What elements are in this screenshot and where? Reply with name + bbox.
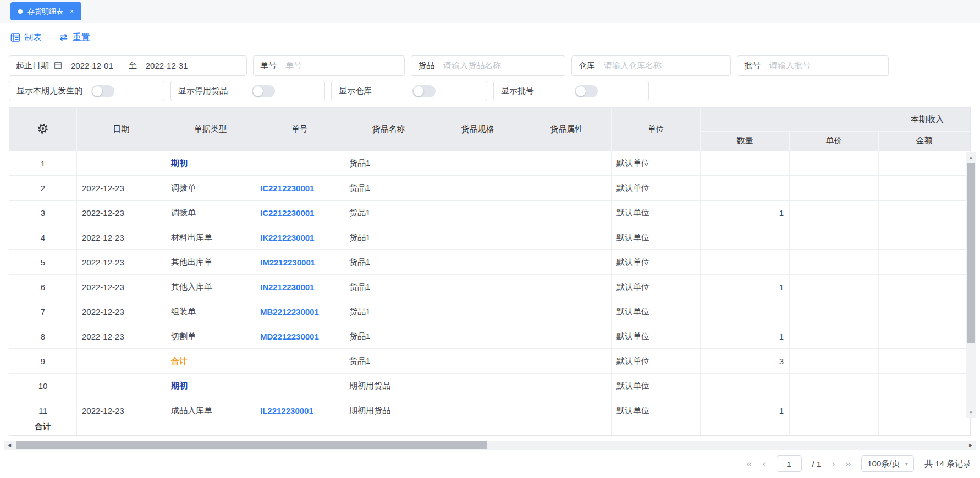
toggle-label: 显示本期无发生的 — [16, 86, 82, 96]
cell-type: 期初 — [166, 151, 255, 175]
doc-no-filter[interactable]: 单号 单号 — [253, 55, 405, 76]
start-date-value[interactable]: 2022-12-01 — [71, 61, 113, 70]
make-table-button[interactable]: 制表 — [10, 32, 42, 43]
toggle-switch-off[interactable] — [91, 85, 114, 97]
page-size-value: 100条/页 — [867, 459, 900, 469]
table-row[interactable]: 1期初货品1默认单位 — [9, 151, 970, 176]
date-range-label: 起止日期 — [16, 60, 49, 71]
vertical-scrollbar-thumb[interactable] — [967, 163, 975, 343]
cell-spec — [433, 225, 522, 249]
cell-price — [790, 299, 879, 324]
header-doc-no[interactable]: 单号 — [255, 108, 344, 151]
cell-spec — [433, 176, 522, 200]
table-row[interactable]: 42022-12-23材料出库单IK2212230001货品1默认单位 — [9, 225, 970, 250]
toggle-switch-off[interactable] — [412, 85, 436, 97]
table-row[interactable]: 10期初期初用货品默认单位 — [9, 374, 970, 398]
doc-no-input[interactable]: 单号 — [285, 60, 302, 71]
tab-inventory-detail[interactable]: 存货明细表 × — [10, 2, 81, 20]
scroll-up-icon[interactable]: ▲ — [966, 153, 976, 162]
inventory-detail-table: 日期 单据类型 单号 货品名称 货品规格 货品属性 单位 本期收入 数量 单价 … — [9, 107, 971, 436]
batch-input[interactable]: 请输入批号 — [769, 60, 811, 71]
reset-button[interactable]: 重置 — [58, 32, 90, 43]
horizontal-scrollbar[interactable]: ◀ ▶ — [4, 441, 976, 450]
cell-name: 货品1 — [344, 324, 433, 348]
cell-num: 4 — [9, 225, 77, 249]
vertical-scrollbar[interactable]: ▲ ▼ — [966, 152, 976, 418]
toggle-knob — [92, 86, 102, 96]
header-unit[interactable]: 单位 — [612, 108, 701, 151]
table-row[interactable]: 22022-12-23调拨单IC2212230001货品1默认单位 — [9, 176, 970, 201]
horizontal-scrollbar-thumb[interactable] — [16, 441, 487, 449]
prev-page-icon[interactable]: ‹ — [763, 459, 766, 469]
cell-num: 5 — [9, 250, 77, 274]
group-subcolumns: 数量 单价 金额 — [701, 132, 970, 151]
doc-link[interactable]: IM2212230001 — [255, 250, 344, 274]
first-page-icon[interactable]: « — [747, 459, 752, 469]
cell-name: 货品1 — [344, 225, 433, 249]
goods-input[interactable]: 请输入货品名称 — [443, 60, 501, 71]
end-date-value[interactable]: 2022-12-31 — [146, 61, 188, 70]
header-doc-type[interactable]: 单据类型 — [166, 108, 255, 151]
doc-link[interactable]: MB2212230001 — [255, 299, 344, 324]
table-row[interactable]: 62022-12-23其他入库单IN2212230001货品1默认单位1 — [9, 275, 970, 299]
cell-name: 货品1 — [344, 299, 433, 324]
warehouse-input[interactable]: 请输入仓库名称 — [604, 60, 662, 71]
page-size-select[interactable]: 100条/页 ▾ — [861, 455, 914, 472]
toggle-switch-off[interactable] — [575, 85, 598, 97]
cell-name: 货品1 — [344, 349, 433, 373]
cell-qty — [701, 250, 790, 274]
toggle-label: 显示停用货品 — [178, 86, 243, 96]
cell-unit: 默认单位 — [612, 225, 701, 249]
header-unit-price[interactable]: 单价 — [790, 132, 879, 151]
cell-attr — [522, 275, 612, 299]
toggle-show-batch: 显示批号 — [493, 81, 649, 101]
doc-link[interactable]: IC2212230001 — [255, 176, 344, 200]
cell-price — [790, 250, 879, 274]
next-page-icon[interactable]: › — [832, 459, 835, 469]
doc-link[interactable]: IK2212230001 — [255, 225, 344, 249]
gear-icon[interactable] — [37, 123, 48, 136]
table-row[interactable]: 9合计货品1默认单位3 — [9, 349, 970, 374]
toggle-show-no-activity: 显示本期无发生的 — [9, 81, 164, 101]
scroll-right-icon[interactable]: ▶ — [967, 441, 975, 450]
doc-link[interactable]: MD2212230001 — [255, 324, 344, 348]
table-row[interactable]: 112022-12-23成品入库单IL2212230001期初用货品默认单位1 — [9, 398, 970, 418]
cell-unit: 默认单位 — [612, 250, 701, 274]
batch-filter[interactable]: 批号 请输入批号 — [737, 55, 889, 76]
cell-date: 2022-12-23 — [77, 201, 166, 225]
table-row[interactable]: 82022-12-23切割单MD2212230001货品1默认单位1 — [9, 324, 970, 349]
warehouse-filter[interactable]: 仓库 请输入仓库名称 — [571, 55, 731, 76]
scroll-left-icon[interactable]: ◀ — [5, 441, 13, 450]
last-page-icon[interactable]: » — [845, 459, 851, 469]
toggle-knob — [576, 86, 586, 96]
cell-doc — [255, 374, 344, 398]
header-quantity[interactable]: 数量 — [701, 132, 790, 151]
pagination-bar: « ‹ 1 / 1 › » 100条/页 ▾ 共 14 条记录 — [747, 455, 971, 473]
header-date[interactable]: 日期 — [77, 108, 166, 151]
cell-spec — [433, 151, 522, 175]
tab-close-icon[interactable]: × — [70, 8, 74, 15]
cell-spec — [433, 398, 522, 418]
header-goods-attr[interactable]: 货品属性 — [522, 108, 612, 151]
table-row[interactable]: 52022-12-23其他出库单IM2212230001货品1默认单位 — [9, 250, 970, 275]
table-row[interactable]: 72022-12-23组装单MB2212230001货品1默认单位 — [9, 299, 970, 324]
footer-cell — [612, 418, 701, 435]
toggle-switch-off[interactable] — [252, 85, 275, 97]
header-amount[interactable]: 金额 — [879, 132, 970, 151]
warehouse-label: 仓库 — [579, 60, 595, 71]
goods-filter[interactable]: 货品 请输入货品名称 — [411, 55, 565, 76]
column-settings-cell[interactable] — [9, 108, 77, 151]
table-header: 日期 单据类型 单号 货品名称 货品规格 货品属性 单位 本期收入 数量 单价 … — [9, 107, 971, 151]
doc-link[interactable]: IN2212230001 — [255, 275, 344, 299]
header-goods-name[interactable]: 货品名称 — [344, 108, 433, 151]
date-range-filter[interactable]: 起止日期 2022-12-01 至 2022-12-31 — [9, 55, 247, 76]
doc-link[interactable]: IC2212230001 — [255, 201, 344, 225]
doc-link[interactable]: IL2212230001 — [255, 398, 344, 418]
table-row[interactable]: 32022-12-23调拨单IC2212230001货品1默认单位1 — [9, 201, 970, 225]
toolbar: 制表 重置 — [0, 23, 90, 52]
header-goods-spec[interactable]: 货品规格 — [433, 108, 522, 151]
page-number-input[interactable]: 1 — [777, 455, 802, 472]
toggle-label: 显示批号 — [501, 86, 566, 96]
scroll-down-icon[interactable]: ▼ — [966, 408, 976, 416]
cell-spec — [433, 349, 522, 373]
